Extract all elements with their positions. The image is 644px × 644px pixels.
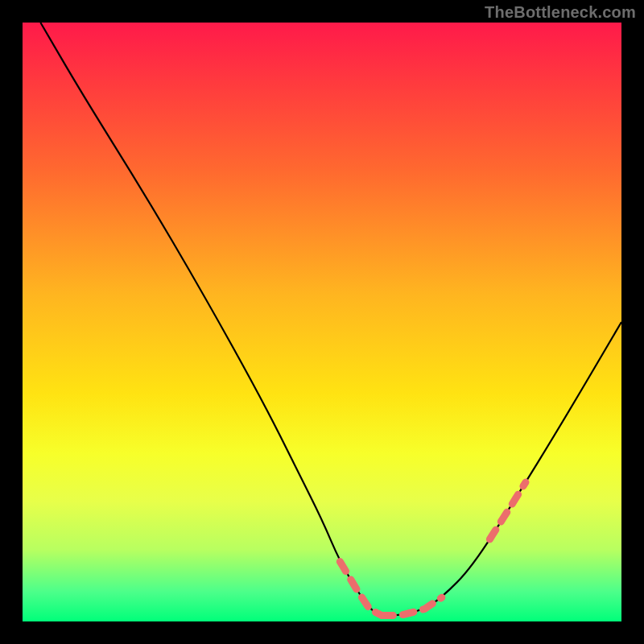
chart-frame: TheBottleneck.com — [0, 0, 644, 644]
watermark-text: TheBottleneck.com — [485, 3, 636, 22]
highlight-segment-1 — [382, 597, 441, 615]
bottleneck-curve — [40, 23, 621, 616]
curve-svg — [23, 23, 621, 621]
plot-area — [23, 23, 621, 621]
highlight-segment-0 — [340, 562, 382, 616]
